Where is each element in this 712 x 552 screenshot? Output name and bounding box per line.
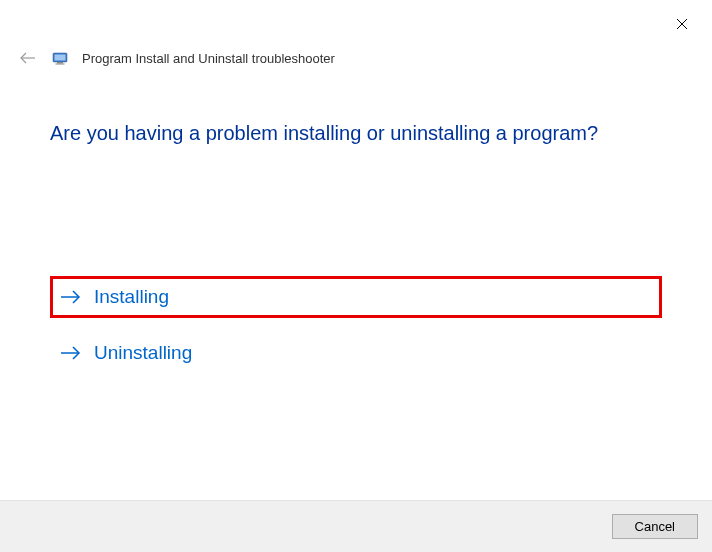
close-button[interactable] (670, 12, 694, 36)
arrow-right-icon (60, 345, 82, 361)
option-label: Installing (94, 286, 169, 308)
close-icon (676, 18, 688, 30)
option-label: Uninstalling (94, 342, 192, 364)
question-heading: Are you having a problem installing or u… (50, 120, 662, 146)
arrow-right-icon (60, 289, 82, 305)
svg-rect-6 (56, 64, 65, 65)
options-list: Installing Uninstalling (50, 276, 662, 374)
footer: Cancel (0, 500, 712, 552)
content-area: Are you having a problem installing or u… (0, 68, 712, 374)
header: Program Install and Uninstall troublesho… (0, 0, 712, 68)
page-title: Program Install and Uninstall troublesho… (82, 51, 335, 66)
svg-rect-4 (55, 55, 66, 61)
troubleshooter-icon (52, 50, 68, 66)
option-uninstalling[interactable]: Uninstalling (50, 332, 662, 374)
option-installing[interactable]: Installing (50, 276, 662, 318)
back-arrow-icon (19, 51, 37, 65)
svg-rect-5 (57, 62, 63, 64)
back-button[interactable] (18, 48, 38, 68)
cancel-button[interactable]: Cancel (612, 514, 698, 539)
